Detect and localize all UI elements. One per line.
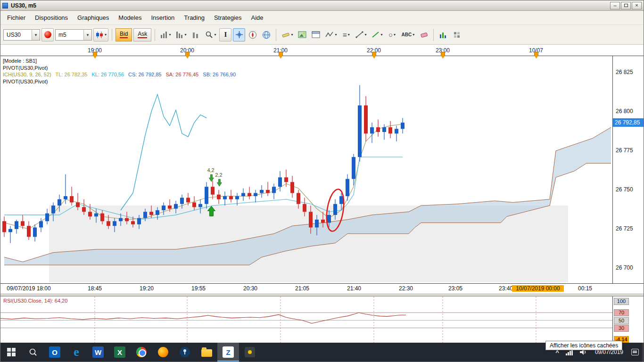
chevron-down-icon[interactable]: ▾ bbox=[169, 33, 171, 37]
indicators-button[interactable]: ▾ bbox=[323, 28, 339, 41]
bar-style-down-button[interactable]: ▾ bbox=[174, 28, 188, 41]
new-window-button[interactable] bbox=[310, 28, 322, 41]
firefox-taskbar-icon[interactable] bbox=[152, 343, 174, 362]
menu-aide[interactable]: Aide bbox=[247, 12, 268, 24]
text-button[interactable]: ABC ▾ bbox=[399, 28, 416, 41]
outlook-taskbar-icon[interactable]: O bbox=[44, 343, 66, 362]
security-taskbar-icon[interactable] bbox=[174, 343, 196, 362]
ich-label: ICH(US30, 9, 26, 52) bbox=[3, 72, 51, 77]
segment-button[interactable]: ▾ bbox=[370, 28, 384, 41]
chevron-down-icon[interactable]: ▾ bbox=[32, 30, 40, 40]
time-label: 00:15 bbox=[559, 285, 611, 292]
rsi-panel[interactable]: RSI(US30.Close, 14): 64,20 100705030-4.1… bbox=[0, 296, 644, 344]
zoom-button[interactable]: ▾ bbox=[203, 28, 218, 41]
word-taskbar-icon[interactable]: W bbox=[87, 343, 109, 362]
chevron-down-icon[interactable]: ▾ bbox=[348, 33, 350, 37]
trendline-button[interactable]: ▾ bbox=[354, 28, 368, 41]
rsi-scale-label: 70 bbox=[614, 309, 629, 316]
column-style-button[interactable] bbox=[190, 28, 202, 41]
timeframe-select[interactable]: m5 ▾ bbox=[55, 29, 92, 41]
chevron-down-icon[interactable]: ▾ bbox=[394, 33, 396, 37]
eraser-button[interactable] bbox=[418, 28, 430, 41]
ask-button[interactable]: Ask bbox=[133, 28, 151, 41]
ibeam-icon: I bbox=[224, 31, 227, 39]
application-window: US30, m5 – × Fichier Dispositions Graphi… bbox=[0, 0, 644, 362]
lock-app-icon bbox=[180, 347, 190, 357]
symbol-select[interactable]: US30 ▾ bbox=[3, 29, 40, 41]
time-label: 18:45 bbox=[69, 285, 121, 292]
rsi-chart[interactable] bbox=[0, 296, 613, 344]
pivot-label-2: PIVOT(US30,Pivot) bbox=[3, 78, 239, 85]
price-chart[interactable]: 4,22,2 bbox=[0, 56, 613, 283]
edge-taskbar-icon[interactable]: e bbox=[66, 343, 87, 362]
notification-center-button[interactable] bbox=[628, 343, 642, 362]
excel-taskbar-icon[interactable]: X bbox=[109, 343, 131, 362]
bars-up-icon bbox=[160, 31, 168, 39]
trading-platform-taskbar-icon[interactable]: Z bbox=[217, 343, 239, 362]
show-desktop-button[interactable] bbox=[642, 343, 644, 362]
menu-insertion[interactable]: Insertion bbox=[146, 12, 179, 24]
chevron-down-icon[interactable]: ▾ bbox=[291, 33, 293, 37]
objects-button[interactable] bbox=[451, 28, 463, 41]
chevron-down-icon[interactable]: ▾ bbox=[413, 33, 414, 37]
chart-type-button[interactable]: ▾ bbox=[93, 28, 108, 41]
notification-icon bbox=[631, 349, 639, 355]
chevron-down-icon[interactable]: ▾ bbox=[335, 33, 337, 37]
chevron-down-icon[interactable]: ▾ bbox=[380, 33, 382, 37]
bid-button[interactable]: Bid bbox=[116, 28, 132, 41]
window-icon bbox=[312, 31, 320, 38]
compass-button[interactable] bbox=[247, 28, 259, 41]
menu-bar: Fichier Dispositions Graphiques Modeles … bbox=[0, 11, 644, 25]
menu-strategies[interactable]: Strategies bbox=[209, 12, 247, 24]
chevron-down-icon[interactable]: ▾ bbox=[214, 33, 216, 37]
firefox-icon bbox=[158, 347, 168, 357]
menu-dispositions[interactable]: Dispositions bbox=[30, 12, 73, 24]
rsi-legend: RSI(US30.Close, 14): 64,20 bbox=[3, 298, 67, 304]
minimize-button[interactable]: – bbox=[610, 2, 620, 9]
chevron-down-icon[interactable]: ▾ bbox=[364, 33, 366, 37]
media-app-icon bbox=[245, 347, 255, 357]
price-tick: 26 825 bbox=[616, 69, 633, 75]
price-axis[interactable]: 26 792,85 26 82526 80026 77526 75026 725… bbox=[612, 56, 644, 283]
rsi-scale-label: 100 bbox=[614, 298, 629, 305]
measure-button[interactable]: ▾ bbox=[280, 28, 295, 41]
time-label: 22:30 bbox=[380, 285, 432, 292]
menu-modeles[interactable]: Modeles bbox=[114, 12, 146, 24]
cursor-mode-button[interactable]: I bbox=[219, 28, 231, 41]
layers-icon bbox=[453, 31, 461, 39]
folder-icon bbox=[201, 349, 212, 357]
chevron-down-icon[interactable]: ▾ bbox=[105, 33, 107, 37]
chart-canvas[interactable]: 4,22,2 [Modele : SB1] PIVOT(US30,Pivot) … bbox=[0, 56, 644, 283]
grid-button[interactable] bbox=[437, 28, 449, 41]
search-button[interactable] bbox=[22, 343, 44, 362]
snapshot-button[interactable] bbox=[296, 28, 308, 41]
globe-icon bbox=[262, 31, 271, 39]
chart-region: 19:0020:0021:0022:0023:0010/07 4,22,2 [M… bbox=[0, 45, 644, 294]
chrome-taskbar-icon[interactable] bbox=[131, 343, 152, 362]
browser-button[interactable] bbox=[260, 28, 272, 41]
menu-fichier[interactable]: Fichier bbox=[2, 12, 30, 24]
time-label: 19:55 bbox=[173, 285, 224, 292]
crosshair-button[interactable] bbox=[233, 28, 245, 41]
bar-style-up-button[interactable]: ▾ bbox=[158, 28, 173, 41]
new-order-button[interactable] bbox=[41, 28, 54, 41]
svg-text:4,2: 4,2 bbox=[207, 167, 214, 173]
tray-tooltip: Afficher les icônes cachées bbox=[545, 341, 622, 350]
time-axis[interactable]: 09/07/2019 18:0018:4519:2019:5520:3021:0… bbox=[0, 283, 644, 294]
ellipse-icon: ○ bbox=[388, 31, 393, 39]
rsi-scale[interactable]: 100705030-4.14 bbox=[612, 296, 644, 344]
file-explorer-taskbar-icon[interactable] bbox=[196, 343, 217, 362]
outlook-icon: O bbox=[49, 346, 60, 358]
maximize-button[interactable] bbox=[621, 2, 631, 9]
levels-button[interactable]: ≡ ▾ bbox=[340, 28, 352, 41]
menu-trading[interactable]: Trading bbox=[179, 12, 209, 24]
chevron-down-icon[interactable]: ▾ bbox=[184, 33, 186, 37]
chevron-down-icon[interactable]: ▾ bbox=[83, 30, 91, 40]
svg-text:2,2: 2,2 bbox=[215, 172, 222, 178]
close-button[interactable]: × bbox=[632, 2, 642, 9]
media-taskbar-icon[interactable] bbox=[239, 343, 261, 362]
menu-graphiques[interactable]: Graphiques bbox=[73, 12, 114, 24]
start-button[interactable] bbox=[0, 343, 22, 362]
ellipse-button[interactable]: ○ ▾ bbox=[386, 28, 398, 41]
top-time-scale[interactable]: 19:0020:0021:0022:0023:0010/07 bbox=[0, 45, 644, 56]
